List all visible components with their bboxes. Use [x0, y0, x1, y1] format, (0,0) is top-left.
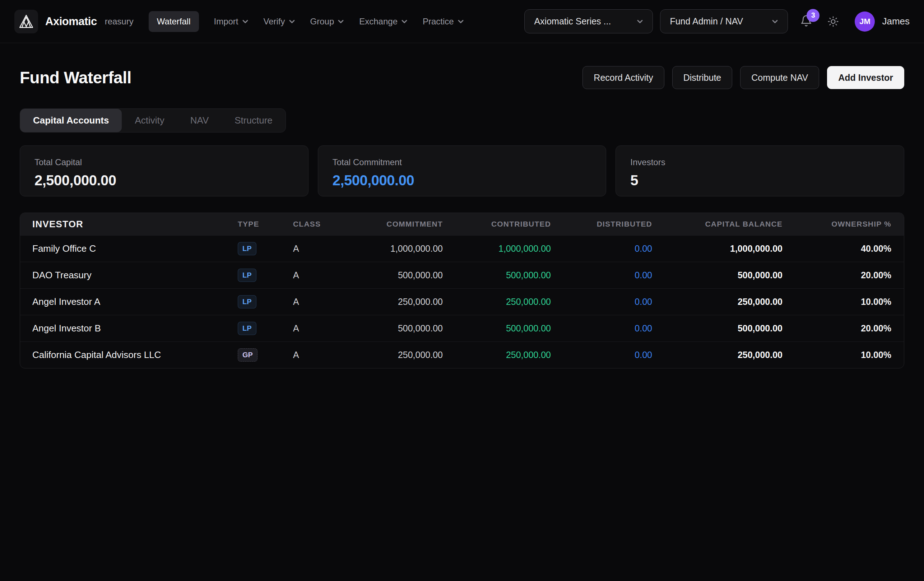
table-row[interactable]: Angel Investor B LP A 500,000.00 500,000…	[20, 315, 904, 342]
ownership-value: 10.00%	[782, 297, 904, 307]
stat-value: 5	[630, 172, 889, 188]
page-title: Fund Waterfall	[20, 68, 132, 87]
contributed-value: 250,000.00	[443, 350, 551, 360]
nav-item-verify[interactable]: Verify	[264, 17, 295, 26]
tab-structure[interactable]: Structure	[221, 109, 285, 132]
stat-label: Total Capital	[35, 157, 294, 167]
table-row[interactable]: Angel Investor A LP A 250,000.00 250,000…	[20, 288, 904, 315]
table-row[interactable]: Family Office C LP A 1,000,000.00 1,000,…	[20, 235, 904, 262]
stat-value: 2,500,000.00	[333, 172, 592, 188]
investor-type-cell: LP	[238, 269, 293, 282]
distributed-value: 0.00	[551, 350, 652, 360]
top-navbar: Axiomatic reasury Waterfall Import Verif…	[0, 0, 924, 43]
nav-item-exchange[interactable]: Exchange	[359, 17, 408, 26]
distributed-value: 0.00	[551, 270, 652, 281]
role-selector-dropdown[interactable]: Fund Admin / NAV	[660, 9, 788, 33]
nav-item-waterfall[interactable]: Waterfall	[148, 11, 199, 32]
column-header-contributed: CONTRIBUTED	[443, 220, 551, 228]
stat-value: 2,500,000.00	[35, 172, 294, 188]
capital-balance-value: 250,000.00	[652, 297, 782, 307]
nav-item-practice[interactable]: Practice	[423, 17, 464, 26]
main-content: Fund Waterfall Record Activity Distribut…	[0, 66, 924, 368]
investor-type-cell: GP	[238, 348, 293, 361]
distributed-value: 0.00	[551, 243, 652, 254]
investor-type-badge: GP	[238, 348, 257, 361]
ownership-value: 20.00%	[782, 270, 904, 281]
table-row[interactable]: DAO Treasury LP A 500,000.00 500,000.00 …	[20, 262, 904, 288]
record-activity-button[interactable]: Record Activity	[582, 66, 664, 89]
investor-class: A	[293, 323, 365, 333]
column-header-class: CLASS	[293, 220, 365, 228]
investor-type-badge: LP	[238, 242, 256, 255]
theme-toggle-button[interactable]	[827, 16, 839, 27]
view-tabs: Capital Accounts Activity NAV Structure	[20, 109, 286, 132]
investor-class: A	[293, 243, 365, 254]
navbar-right-controls: Axiomatic Series ... Fund Admin / NAV 3 …	[524, 9, 910, 33]
stat-card-total-commitment: Total Commitment 2,500,000.00	[318, 145, 607, 196]
nav-item-treasury[interactable]: reasury	[105, 17, 134, 26]
chevron-down-icon	[637, 18, 643, 25]
capital-balance-value: 500,000.00	[652, 270, 782, 281]
commitment-value: 1,000,000.00	[365, 243, 443, 254]
tab-activity[interactable]: Activity	[122, 109, 177, 132]
chevron-down-icon	[289, 18, 295, 25]
distributed-value: 0.00	[551, 297, 652, 307]
investor-name: DAO Treasury	[20, 270, 238, 281]
investor-name: California Capital Advisors LLC	[20, 349, 238, 360]
stat-cards: Total Capital 2,500,000.00 Total Commitm…	[20, 145, 904, 196]
investor-type-badge: LP	[238, 295, 256, 309]
primary-nav: reasury Waterfall Import Verify Group Ex…	[105, 11, 464, 32]
investor-name: Family Office C	[20, 243, 238, 254]
contributed-value: 500,000.00	[443, 270, 551, 281]
investor-type-cell: LP	[238, 322, 293, 335]
commitment-value: 250,000.00	[365, 297, 443, 307]
column-header-ownership: OWNERSHIP %	[782, 220, 904, 228]
add-investor-button[interactable]: Add Investor	[827, 66, 904, 89]
commitment-value: 250,000.00	[365, 350, 443, 360]
chevron-down-icon	[401, 18, 408, 25]
column-header-investor: INVESTOR	[20, 219, 238, 230]
capital-balance-value: 250,000.00	[652, 350, 782, 360]
user-avatar[interactable]: JM	[855, 12, 875, 31]
commitment-value: 500,000.00	[365, 270, 443, 281]
stat-card-investors: Investors 5	[615, 145, 904, 196]
tab-nav[interactable]: NAV	[177, 109, 222, 132]
investor-name: Angel Investor A	[20, 296, 238, 307]
chevron-down-icon	[338, 18, 344, 25]
distribute-button[interactable]: Distribute	[672, 66, 733, 89]
notification-badge: 3	[807, 9, 820, 22]
investor-type-badge: LP	[238, 269, 256, 282]
brand-name: Axiomatic	[45, 15, 97, 28]
investor-type-cell: LP	[238, 242, 293, 255]
investor-name: Angel Investor B	[20, 323, 238, 334]
compute-nav-button[interactable]: Compute NAV	[740, 66, 819, 89]
nav-item-import[interactable]: Import	[214, 17, 249, 26]
chevron-down-icon	[457, 18, 464, 25]
stat-card-total-capital: Total Capital 2,500,000.00	[20, 145, 309, 196]
tab-capital-accounts[interactable]: Capital Accounts	[20, 109, 122, 132]
column-header-distributed: DISTRIBUTED	[551, 220, 652, 228]
notifications-button[interactable]: 3	[800, 15, 812, 28]
contributed-value: 250,000.00	[443, 297, 551, 307]
nav-item-group[interactable]: Group	[310, 17, 345, 26]
investor-type-cell: LP	[238, 295, 293, 309]
table-header-row: INVESTOR TYPE CLASS COMMITMENT CONTRIBUT…	[20, 213, 904, 235]
capital-balance-value: 1,000,000.00	[652, 243, 782, 254]
sun-icon	[827, 16, 839, 27]
investor-class: A	[293, 297, 365, 307]
ownership-value: 40.00%	[782, 243, 904, 254]
app-logo[interactable]	[14, 10, 38, 33]
table-row[interactable]: California Capital Advisors LLC GP A 250…	[20, 342, 904, 368]
capital-balance-value: 500,000.00	[652, 323, 782, 333]
capital-accounts-table: INVESTOR TYPE CLASS COMMITMENT CONTRIBUT…	[20, 213, 904, 368]
chevron-down-icon	[242, 18, 249, 25]
column-header-type: TYPE	[238, 220, 293, 228]
column-header-commitment: COMMITMENT	[365, 220, 443, 228]
logo-triangle-icon	[18, 14, 34, 30]
investor-type-badge: LP	[238, 322, 256, 335]
distributed-value: 0.00	[551, 323, 652, 333]
contributed-value: 1,000,000.00	[443, 243, 551, 254]
ownership-value: 20.00%	[782, 323, 904, 333]
series-selector-dropdown[interactable]: Axiomatic Series ...	[524, 9, 653, 33]
contributed-value: 500,000.00	[443, 323, 551, 333]
